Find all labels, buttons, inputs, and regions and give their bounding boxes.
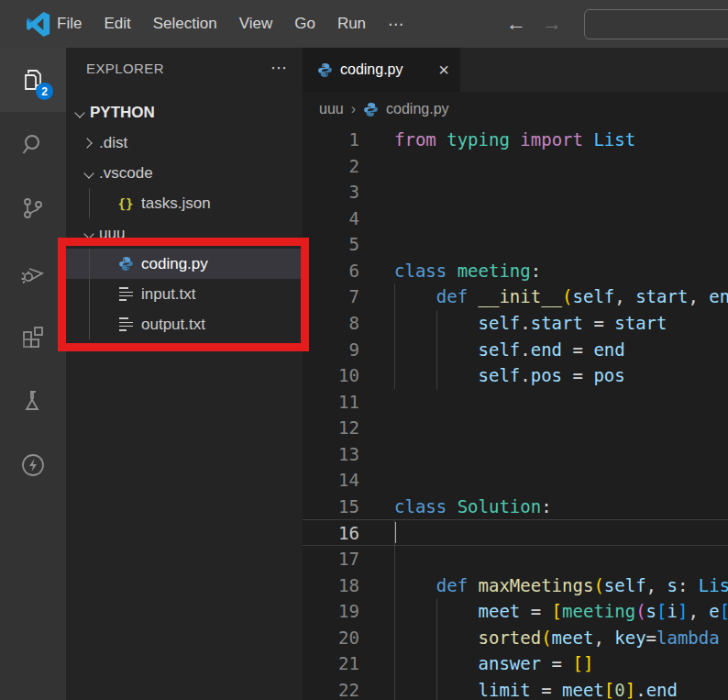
code-line-11[interactable]: 11 [303,389,728,416]
explorer-sidebar: EXPLORER ⋯ PYTHON.dist.vscode{}tasks.jso… [66,48,303,700]
tree-item-label: coding.py [141,255,208,273]
line-number: 7 [303,283,359,310]
line-number: 10 [303,362,359,389]
editor-group: coding.py × uuu › coding.py 1from typing… [303,48,728,700]
tree-item--vscode[interactable]: .vscode [66,158,303,188]
activity-extensions-icon[interactable] [0,305,66,369]
code-line-3[interactable]: 3 [303,179,728,206]
file-tree: PYTHON.dist.vscode{}tasks.jsonuuucoding.… [66,97,303,339]
line-content: class Solution: [359,494,552,520]
code-line-9[interactable]: 9 self.end = end [303,337,728,363]
code-line-10[interactable]: 10 self.pos = pos [303,362,728,389]
code-area[interactable]: 1from typing import List23456class meeti… [303,127,728,700]
menu-bar: FileEditSelectionViewGoRun⋯ [57,0,403,48]
activity-explorer-icon[interactable]: 2 [0,48,66,112]
forward-arrow-icon[interactable]: → [542,12,562,36]
chevron-down-icon [72,106,86,120]
line-content: def maxMeetings(self, s: Lis [359,572,728,599]
code-line-14[interactable]: 14 [303,467,728,494]
line-content: self.start = start [359,310,667,337]
activity-lightning-icon[interactable] [0,433,66,497]
line-content: class meeting: [359,258,541,284]
back-arrow-icon[interactable]: ← [506,12,526,36]
activity-search-icon[interactable] [0,112,66,176]
breadcrumb-folder[interactable]: uuu [319,101,344,117]
tree-indent-guide [89,249,90,339]
code-line-21[interactable]: 21 answer = [] [303,650,728,677]
activity-run-debug-icon[interactable] [0,240,66,305]
code-line-17[interactable]: 17 [303,546,728,572]
line-number: 18 [303,572,359,599]
tree-item-tasks-json[interactable]: {}tasks.json [66,188,303,218]
activity-testing-icon[interactable] [0,369,66,433]
code-line-6[interactable]: 6class meeting: [303,258,728,284]
code-line-15[interactable]: 15class Solution: [303,494,728,520]
tree-item-coding-py[interactable]: coding.py [66,249,303,279]
line-content: self.pos = pos [359,362,625,389]
chevron-down-icon [81,227,95,241]
code-line-19[interactable]: 19 meet = [meeting(s[i], e[ [303,598,728,625]
line-content [359,467,394,494]
menu-item-view[interactable]: View [239,15,273,33]
menu-item-run[interactable]: Run [337,15,366,33]
line-number: 5 [303,231,359,258]
tree-item-label: output.txt [141,316,205,334]
vscode-window: FileEditSelectionViewGoRun⋯ ← → 2 EXPLOR… [0,0,728,700]
line-number: 3 [303,179,359,206]
history-nav: ← → [506,0,562,48]
tree-item-label: input.txt [141,285,196,304]
line-content: def __init__(self, start, en [359,283,728,310]
json-icon: {} [117,195,134,212]
code-line-2[interactable]: 2 [303,153,728,180]
tree-item-input-txt[interactable]: input.txt [66,279,303,309]
menu-item-file[interactable]: File [57,15,82,33]
tree-item-label: PYTHON [90,104,155,122]
code-line-8[interactable]: 8 self.start = start [303,310,728,337]
activity-source-control-icon[interactable] [0,176,66,240]
code-line-16[interactable]: 16 [303,519,728,546]
code-line-18[interactable]: 18 def maxMeetings(self, s: Lis [303,572,728,599]
line-number: 17 [303,546,359,572]
tree-item-label: .dist [99,134,127,152]
breadcrumb-file[interactable]: coding.py [386,101,449,117]
tree-item-uuu[interactable]: uuu [66,218,303,249]
line-number: 22 [303,677,359,700]
code-line-1[interactable]: 1from typing import List [303,127,728,153]
code-line-12[interactable]: 12 [303,415,728,441]
tab-bar: coding.py × [303,48,728,92]
line-number: 1 [303,127,359,153]
chevron-right-icon [81,136,95,150]
line-number: 8 [303,310,359,337]
tree-item-output-txt[interactable]: output.txt [66,309,303,339]
line-content: from typing import List [359,127,635,153]
menu-item-selection[interactable]: Selection [153,15,217,33]
tree-item-label: uuu [99,225,125,243]
close-icon[interactable]: × [438,60,449,81]
explorer-more-actions-icon[interactable]: ⋯ [270,58,288,78]
tree-item-label: tasks.json [141,194,211,213]
chevron-down-icon [81,166,95,181]
explorer-header: EXPLORER ⋯ [66,48,303,88]
line-number: 20 [303,625,359,651]
tree-item-python[interactable]: PYTHON [66,97,303,128]
code-line-5[interactable]: 5 [303,231,728,258]
line-number: 4 [303,206,359,232]
tree-item--dist[interactable]: .dist [66,128,303,158]
tree-indent-guide [89,188,90,218]
chevron-right-icon: › [351,101,356,117]
code-line-22[interactable]: 22 limit = meet[0].end [303,677,728,700]
menu-item-go[interactable]: Go [294,15,315,33]
menu-item-[interactable]: ⋯ [388,15,403,34]
menu-item-edit[interactable]: Edit [104,15,130,33]
line-number: 6 [303,258,359,284]
code-line-20[interactable]: 20 sorted(meet, key=lambda [303,625,728,651]
tab-coding-py[interactable]: coding.py × [303,48,460,92]
line-number: 14 [303,467,359,494]
code-line-7[interactable]: 7 def __init__(self, start, en [303,283,728,310]
search-command-center[interactable] [584,9,728,39]
code-line-4[interactable]: 4 [303,206,728,232]
title-bar: FileEditSelectionViewGoRun⋯ ← → [0,0,728,48]
indent-guide [394,283,395,388]
code-line-13[interactable]: 13 [303,441,728,468]
line-content [359,153,394,180]
